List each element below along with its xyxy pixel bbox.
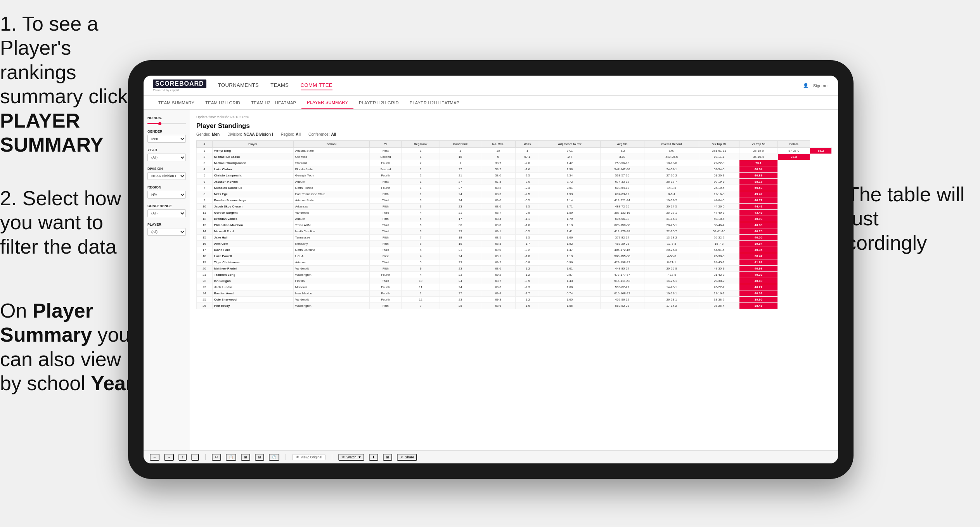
table-header-row: # Player School Yr Reg Rank Conf Rank No… — [197, 141, 832, 148]
table-row: 19Tiger ChristensenArizonaThird52369.2-0… — [197, 259, 832, 266]
table-row: 13Phichaksn MaichonTexas A&MThird63069.0… — [197, 222, 832, 228]
watch-icon: 👁 — [341, 455, 345, 459]
sidebar-no-rds: No Rds. — [147, 116, 186, 124]
col-no-rds: No. Rds. — [481, 141, 515, 148]
col-school: School — [293, 141, 370, 148]
nav-item-committee[interactable]: COMMITTEE — [301, 81, 333, 90]
logo-powered: Powered by clipp'd — [153, 88, 206, 92]
sidebar-slider-track — [147, 123, 186, 124]
table-row: 1Wenyi DingArizona StateFirst1115167.1-3… — [197, 148, 832, 154]
toolbar-back-btn[interactable]: ← — [150, 454, 159, 461]
sidebar-gender-select[interactable]: Men — [147, 135, 186, 143]
nav-sub-player-h2h-heatmap[interactable]: PLAYER H2H HEATMAP — [404, 97, 465, 108]
col-avg-sg: Avg SG — [600, 141, 644, 148]
sidebar-gender-label: Gender — [147, 130, 186, 133]
sidebar-player-select[interactable]: (All) — [147, 228, 186, 236]
table-row: 8Mats EgeEast Tennessee StateFifth12468.… — [197, 191, 832, 197]
table-head: # Player School Yr Reg Rank Conf Rank No… — [197, 141, 832, 148]
toolbar-sep-3 — [332, 454, 332, 460]
sidebar-player-label: Player — [147, 223, 186, 226]
toolbar-plus-btn[interactable]: ⊞ — [241, 454, 250, 461]
nav-icon-user: 👤 — [803, 83, 809, 88]
toolbar-time-btn[interactable]: 🕐 — [269, 454, 279, 461]
table-row: 2Michael Le SassoOle MissSecond118067.1-… — [197, 154, 832, 160]
table-row: 15Jake HallTennesseeFifth71868.5-1.51.66… — [197, 235, 832, 241]
share-icon: ↗ — [400, 455, 403, 459]
col-points: Points — [778, 141, 810, 148]
toolbar-watch-btn[interactable]: 👁 Watch ▼ — [338, 454, 364, 461]
table-row: 25Cole SherwoodVanderbiltFourth122369.3-… — [197, 297, 832, 303]
table-title: Player Standings — [196, 122, 832, 130]
toolbar-view-label: View: Original — [301, 455, 322, 459]
nav-sub-team-summary[interactable]: TEAM SUMMARY — [153, 97, 200, 108]
table-row: 18Luke PowellUCLAFirst42469.1-1.81.13500… — [197, 253, 832, 259]
sidebar-division-select[interactable]: NCAA Division I — [147, 172, 186, 180]
sign-out-link[interactable]: Sign out — [813, 83, 829, 88]
col-reg-rank: Reg Rank — [402, 141, 440, 148]
table-row: 11Gordon SargentVanderbiltThird42168.7-0… — [197, 210, 832, 216]
nav-sub-player-h2h-grid[interactable]: PLAYER H2H GRID — [353, 97, 404, 108]
toolbar-grid-btn[interactable]: ⊞ — [383, 454, 392, 461]
table-row: 10Jacob Skov OlesenArkansasFifth32368.6-… — [197, 204, 832, 210]
col-wins: Wins — [516, 141, 539, 148]
col-vs-top-25: Vs Top 25 — [699, 141, 739, 148]
toolbar-minus-btn[interactable]: ⊟ — [255, 454, 264, 461]
main-content: No Rds. Gender Men Year (All) — [144, 110, 838, 450]
nav-sub: TEAM SUMMARY TEAM H2H GRID TEAM H2H HEAT… — [144, 96, 838, 110]
tablet-device: SCOREBOARD Powered by clipp'd TOURNAMENT… — [128, 60, 854, 479]
table-area: Update time: 27/03/2024 16:56:26 Player … — [190, 110, 838, 450]
logo: SCOREBOARD Powered by clipp'd — [153, 79, 206, 92]
toolbar-download-btn[interactable]: ⬇ — [369, 454, 378, 461]
table-filters: Gender: Men Division: NCAA Division I Re… — [196, 132, 832, 137]
nav-item-teams[interactable]: TEAMS — [270, 81, 289, 90]
sidebar-division: Division NCAA Division I — [147, 167, 186, 180]
sidebar-region-select[interactable]: N/A — [147, 191, 186, 199]
table-row: 14Maxwell FordNorth CarolinaThird32369.1… — [197, 228, 832, 235]
sidebar-slider-thumb[interactable] — [158, 122, 161, 125]
nav-sub-team-h2h-grid[interactable]: TEAM H2H GRID — [200, 97, 246, 108]
table-body: 1Wenyi DingArizona StateFirst1115167.1-3… — [197, 148, 832, 309]
table-row: 3Michael ThorbjornsenStanfordFourth2138.… — [197, 160, 832, 166]
table-header-section: Player Standings Gender: Men Division: N… — [196, 122, 832, 137]
table-row: 20Matthew RiedelVanderbiltFifth92368.6-1… — [197, 266, 832, 272]
sidebar-year-select[interactable]: (All) — [147, 154, 186, 161]
table-row: 16Alex GoffKentuckyFifth81968.3-1.71.924… — [197, 241, 832, 247]
sidebar-gender: Gender Men — [147, 130, 186, 143]
toolbar-share-btn[interactable]: ↗ Share — [397, 454, 417, 461]
table-row: 12Brendan ValdesAuburnFifth51768.4-1.11.… — [197, 216, 832, 222]
col-rank: # — [197, 141, 213, 148]
table-row: 24Bastien AmatNew MexicoFourth12769.4-1.… — [197, 290, 832, 297]
nav-sub-team-h2h-heatmap[interactable]: TEAM H2H HEATMAP — [246, 97, 301, 108]
sidebar-conference-select[interactable]: (All) — [147, 209, 186, 217]
nav-item-tournaments[interactable]: TOURNAMENTS — [218, 81, 259, 90]
toolbar-forward-btn[interactable]: → — [164, 454, 174, 461]
table-row: 4Luke ClatonFlorida StateSecond12758.2-1… — [197, 166, 832, 173]
toolbar-view[interactable]: 👁 View: Original — [292, 454, 326, 460]
update-time: Update time: 27/03/2024 16:56:26 — [196, 115, 832, 119]
sidebar-year-label: Year — [147, 148, 186, 152]
annotation-2-text: 2. Select how you want to filter the dat… — [0, 186, 140, 259]
table-row: 6Jackson KoivunAuburnFirst12767.3-2.02.7… — [197, 179, 832, 185]
sidebar: No Rds. Gender Men Year (All) — [144, 110, 190, 450]
annotation-3-text: On Player Summary you can also view by s… — [0, 299, 147, 396]
sidebar-slider-fill — [147, 123, 159, 124]
toolbar-copy-btn[interactable]: 📋 — [226, 454, 236, 461]
col-overall-record: Overall Record — [644, 141, 699, 148]
nav-sub-player-summary[interactable]: PLAYER SUMMARY — [301, 97, 353, 109]
table-row: 26Petr HrubyWashingtonFifth72568.6-1.61.… — [197, 303, 832, 309]
filter-conference: Conference: All — [308, 132, 336, 137]
toolbar-view-icon: 👁 — [296, 455, 299, 459]
sidebar-division-label: Division — [147, 167, 186, 171]
filter-gender: Gender: Men — [196, 132, 220, 137]
col-adj-score: Adj. Score to Par — [539, 141, 601, 148]
toolbar-down-btn[interactable]: ↓ — [191, 454, 199, 461]
col-player: Player — [212, 141, 293, 148]
filter-region: Region: All — [281, 132, 301, 137]
annotation-1-text: 1. To see a Player's rankings summary cl… — [0, 12, 147, 157]
toolbar-up-btn[interactable]: ↑ — [178, 454, 187, 461]
table-row: 7Nicholas GabrielukNorth FloridaFourth12… — [197, 185, 832, 191]
toolbar-cut-btn[interactable]: ✂ — [212, 454, 221, 461]
annotation-1: 1. To see a Player's rankings summary cl… — [0, 12, 147, 157]
sidebar-conference-label: Conference — [147, 204, 186, 208]
nav-items: TOURNAMENTS TEAMS COMMITTEE — [218, 81, 803, 90]
